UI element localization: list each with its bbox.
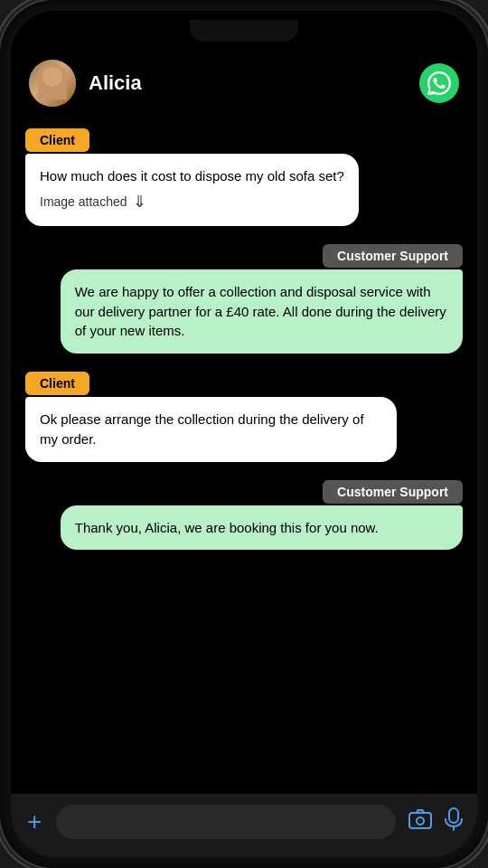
message-group-2: Customer Support We are happy to offer a… <box>25 244 463 354</box>
svg-point-1 <box>417 817 424 825</box>
contact-name: Alicia <box>89 71 407 95</box>
notch <box>190 20 298 42</box>
avatar-image <box>29 60 76 107</box>
chat-header: Alicia <box>11 51 477 119</box>
message-group-4: Customer Support Thank you, Alicia, we a… <box>25 480 463 551</box>
add-button[interactable]: + <box>25 807 43 836</box>
sender-label-support-1: Customer Support <box>323 244 463 268</box>
message-text-2: We are happy to offer a collection and d… <box>75 284 446 339</box>
attachment-line: Image attached ⇓ <box>40 190 344 213</box>
whatsapp-call-button[interactable] <box>419 63 459 103</box>
input-bar: + <box>11 794 477 857</box>
message-bubble-3: Ok please arrange the collection during … <box>25 397 397 462</box>
sender-label-support-2: Customer Support <box>323 480 463 504</box>
sender-label-client-1: Client <box>25 128 89 152</box>
message-text-3: Ok please arrange the collection during … <box>40 411 364 447</box>
attachment-text: Image attached <box>40 193 127 211</box>
camera-icon[interactable] <box>408 809 432 835</box>
message-bubble-4: Thank you, Alicia, we are booking this f… <box>61 505 463 551</box>
message-text-1: How much does it cost to dispose my old … <box>40 168 344 184</box>
svg-rect-2 <box>449 808 458 823</box>
status-bar <box>11 11 477 51</box>
microphone-icon[interactable] <box>445 807 463 836</box>
download-icon[interactable]: ⇓ <box>133 190 146 213</box>
phone-frame: Alicia Client How much does it cost to d… <box>0 0 488 868</box>
svg-rect-0 <box>409 813 431 828</box>
message-bubble-1: How much does it cost to dispose my old … <box>25 154 359 226</box>
message-bubble-2: We are happy to offer a collection and d… <box>61 269 463 354</box>
chat-area: Client How much does it cost to dispose … <box>11 119 477 794</box>
screen: Alicia Client How much does it cost to d… <box>11 11 477 857</box>
sender-label-client-2: Client <box>25 372 89 395</box>
avatar <box>29 60 76 107</box>
message-group-3: Client Ok please arrange the collection … <box>25 372 463 462</box>
message-text-4: Thank you, Alicia, we are booking this f… <box>75 520 379 535</box>
message-group-1: Client How much does it cost to dispose … <box>25 128 463 226</box>
message-input[interactable] <box>56 805 396 839</box>
